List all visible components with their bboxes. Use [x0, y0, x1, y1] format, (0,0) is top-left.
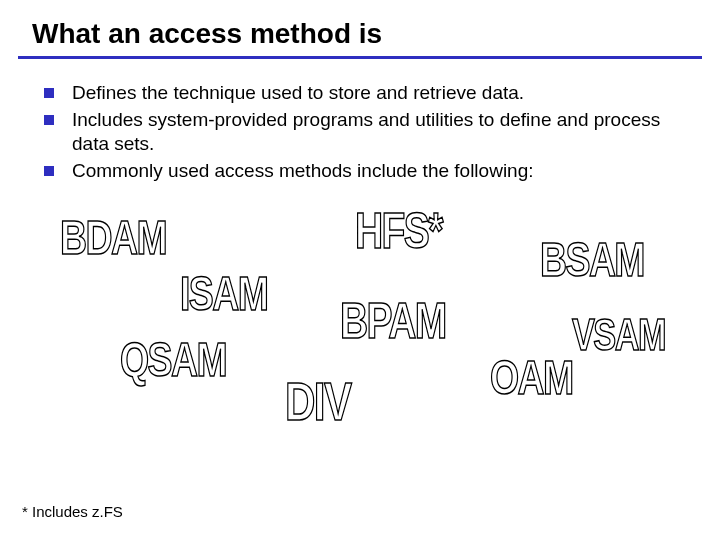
method-vsam: VSAM: [572, 310, 665, 360]
bullet-text: Includes system-provided programs and ut…: [72, 108, 680, 157]
list-item: Includes system-provided programs and ut…: [44, 108, 680, 157]
square-bullet-icon: [44, 88, 54, 98]
method-isam: ISAM: [180, 266, 267, 321]
slide-title: What an access method is: [0, 0, 720, 56]
bullet-text: Commonly used access methods include the…: [72, 159, 534, 184]
list-item: Commonly used access methods include the…: [44, 159, 680, 184]
method-qsam: QSAM: [120, 332, 226, 387]
list-item: Defines the technique used to store and …: [44, 81, 680, 106]
bullet-list: Defines the technique used to store and …: [0, 59, 720, 184]
method-div: DIV: [285, 370, 351, 432]
method-bdam: BDAM: [60, 210, 166, 265]
bullet-text: Defines the technique used to store and …: [72, 81, 524, 106]
square-bullet-icon: [44, 166, 54, 176]
method-oam: OAM: [490, 350, 573, 405]
access-methods-cloud: BDAM HFS* BSAM ISAM BPAM VSAM QSAM OAM D…: [0, 202, 720, 462]
method-bpam: BPAM: [340, 292, 446, 350]
method-hfs: HFS*: [355, 202, 442, 260]
footnote: * Includes z.FS: [22, 503, 123, 520]
method-bsam: BSAM: [540, 232, 644, 287]
square-bullet-icon: [44, 115, 54, 125]
